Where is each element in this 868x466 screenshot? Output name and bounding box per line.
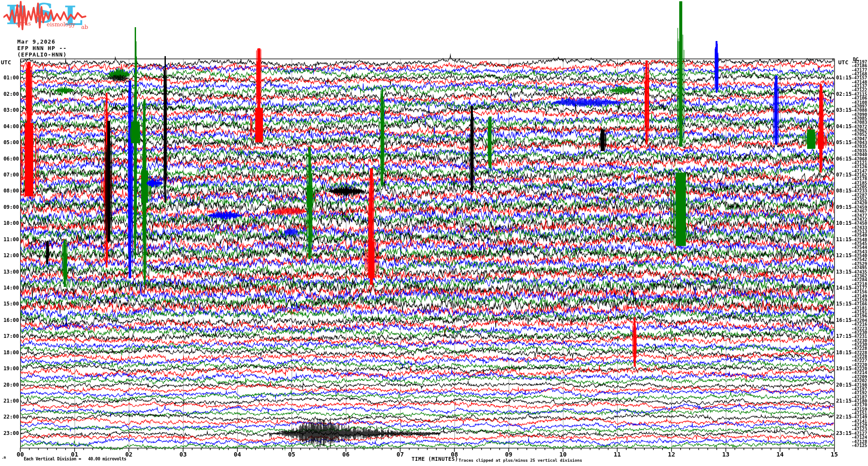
left-hour-label: 07:00: [0, 172, 19, 177]
left-hour-label: 21:00: [0, 398, 19, 403]
left-hour-label: 22:00: [0, 414, 19, 419]
logo-seismic-waveform-icon: [3, 0, 88, 34]
dc-value: -47231: [840, 334, 867, 338]
left-hour-label: 12:00: [0, 253, 19, 258]
dc-value: -47040: [840, 153, 867, 157]
left-hour-label: 16:00: [0, 318, 19, 323]
dc-value: -47186: [840, 64, 867, 68]
left-hour-label: 09:00: [0, 205, 19, 210]
x-tick-label: 02: [125, 451, 133, 457]
left-hour-label: 23:00: [0, 431, 19, 436]
left-axis-title-utc: UTC: [1, 60, 11, 65]
x-tick-label: 13: [722, 451, 729, 457]
left-hour-label: 13:00: [0, 269, 19, 274]
dc-value: -47202: [840, 379, 867, 383]
dc-value: -47549: [840, 233, 867, 237]
x-tick-label: 03: [180, 451, 187, 457]
dc-value: -47083: [840, 120, 867, 124]
x-tick-label: 07: [396, 451, 404, 457]
x-tick-label: 04: [234, 451, 241, 457]
left-hour-label: 19:00: [0, 366, 19, 371]
x-tick-label: 14: [776, 451, 784, 457]
left-hour-label: 08:00: [0, 188, 19, 193]
dc-value: -47192: [840, 391, 867, 395]
dc-value: -47156: [840, 290, 867, 294]
x-tick-label: 12: [668, 451, 675, 457]
psl-logo: P S L atras eismology ab: [3, 0, 88, 34]
left-hour-label: 14:00: [0, 285, 19, 290]
left-hour-label: 06:00: [0, 156, 19, 161]
clip-note: Traces clipped at plus/minus 25 vertical…: [459, 458, 582, 463]
header-date: Mar 9,2026: [17, 39, 55, 44]
left-hour-label: 03:00: [0, 107, 19, 113]
x-tick-label: 06: [342, 451, 350, 457]
left-hour-label: 11:00: [0, 237, 19, 242]
corner-glyph: .m: [2, 456, 6, 460]
header-station: (EFPALIO-HNN): [17, 52, 67, 57]
dc-value: -47178: [840, 177, 867, 181]
logo-word-atras: atras: [16, 21, 31, 26]
dc-value: -47495: [840, 266, 867, 270]
dc-value: -47228: [840, 346, 867, 350]
left-hour-label: 18:00: [0, 350, 19, 355]
dc-value: -47170: [840, 403, 867, 407]
left-hour-label: 10:00: [0, 220, 19, 226]
x-tick-label: 10: [559, 451, 567, 457]
dc-value: -47124: [840, 435, 867, 439]
left-hour-label: 20:00: [0, 382, 19, 387]
dc-value: -47284: [840, 278, 867, 282]
dc-value: -47216: [840, 322, 867, 326]
left-hour-label: 04:00: [0, 124, 19, 129]
left-hour-label: 02:00: [0, 91, 19, 97]
vertical-scale-note: Each Vertical Division = 40.00 microvolt…: [24, 457, 126, 461]
x-tick-label: 15: [831, 451, 838, 457]
dc-value: -47106: [840, 96, 867, 100]
left-hour-label: 05:00: [0, 140, 19, 145]
x-axis-title: TIME (MINUTES): [412, 456, 458, 462]
x-tick-label: 05: [288, 451, 295, 457]
dc-value: -47088: [840, 108, 867, 112]
dc-value: -47125: [840, 444, 867, 447]
x-tick-label: 09: [505, 451, 513, 457]
x-tick-label: 11: [614, 451, 621, 457]
left-hour-label: 01:00: [0, 75, 19, 80]
left-hour-label: 17:00: [0, 334, 19, 339]
seismogram-plot: [0, 0, 868, 466]
helicorder-page: P S L atras eismology ab Mar 9,2026 EFP …: [0, 0, 868, 466]
header-channel: EFP HNN HP --: [17, 45, 67, 51]
logo-word-ab: ab: [81, 24, 88, 30]
dc-value: -47450: [840, 221, 867, 225]
x-tick-label: 00: [17, 451, 24, 457]
dc-value: -47126: [840, 165, 867, 169]
logo-word-eismology: eismology: [47, 22, 75, 27]
dc-value: -47467: [840, 209, 867, 213]
left-hour-label: 15:00: [0, 301, 19, 306]
